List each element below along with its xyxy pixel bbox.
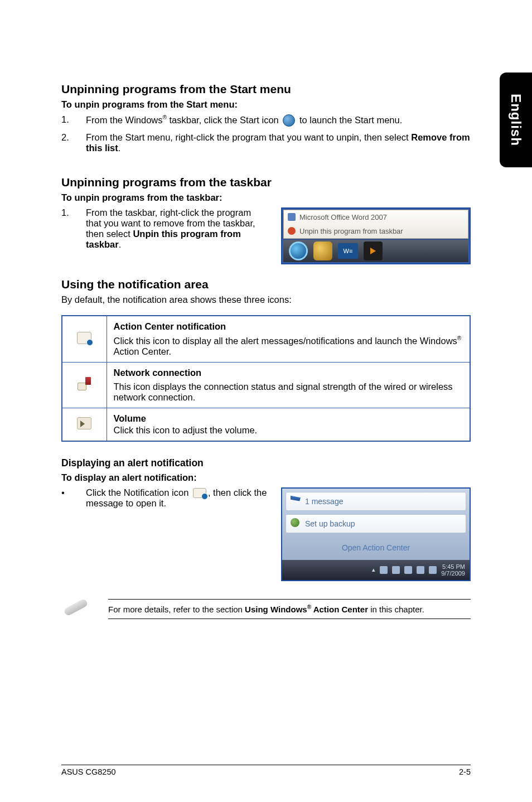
message-row: 1 message	[286, 492, 466, 511]
action-center-flag-icon	[77, 332, 91, 344]
icon-cell	[62, 408, 107, 441]
cell-body: This icon displays the connection status…	[114, 381, 463, 403]
tray-icon	[404, 566, 412, 574]
page-footer: ASUS CG8250 2-5	[61, 765, 471, 776]
step-1: 1. From the taskbar, right-click the pro…	[61, 207, 268, 250]
start-button-icon	[289, 241, 308, 260]
row-taskbar-step: 1. From the taskbar, right-click the pro…	[61, 207, 471, 264]
system-tray: ▴ 5:45 PM 9/7/2009	[282, 560, 470, 580]
volume-icon	[77, 417, 91, 429]
jumplist-app-name: Microsoft Office Word 2007	[284, 210, 468, 224]
footer-model: ASUS CG8250	[61, 767, 116, 776]
note-text: For more details, refer to the section U…	[108, 599, 471, 619]
language-tab-label: English	[508, 94, 524, 146]
heading-unpin-taskbar: Unpinning programs from the taskbar	[61, 176, 471, 189]
table-row: Network connection This icon displays th…	[62, 362, 470, 408]
screenshot-action-center-popup: 1 message Set up backup Open Action Cent…	[281, 487, 471, 581]
taskbar-bar: W≡	[283, 240, 468, 262]
step-text-col: • Click the Notification icon , then cli…	[61, 487, 268, 509]
explorer-icon: W≡	[338, 243, 358, 259]
tray-arrow-icon: ▴	[372, 566, 375, 573]
icon-cell	[62, 316, 107, 362]
tray-icon	[429, 566, 437, 574]
media-player-icon	[364, 241, 383, 260]
step-text: From the Start menu, right-click the pro…	[86, 132, 471, 153]
heading-notification-area: Using the notification area	[61, 278, 471, 291]
tray-clock: 5:45 PM 9/7/2009	[441, 563, 465, 577]
step-text: Click the Notification icon , then click…	[86, 487, 268, 509]
cell-title: Action Center notification	[114, 321, 463, 332]
step-1: 1. From the Windows® taskbar, click the …	[61, 114, 471, 127]
subheading-display-alert: To display an alert notification:	[61, 472, 471, 483]
footer-page-number: 2-5	[459, 767, 471, 776]
step-2: 2. From the Start menu, right-click the …	[61, 132, 471, 153]
jumplist-unpin-option: Unpin this program from taskbar	[284, 224, 468, 238]
tray-icon	[417, 566, 424, 574]
step-number: 2.	[61, 132, 86, 153]
steps-unpin-taskbar: 1. From the taskbar, right-click the pro…	[61, 207, 268, 250]
heading-display-alert: Displaying an alert notification	[61, 457, 471, 469]
cell-title: Network connection	[114, 368, 463, 378]
desc-cell: Network connection This icon displays th…	[107, 362, 470, 408]
screenshot-taskbar-jumplist: Microsoft Office Word 2007 Unpin this pr…	[281, 207, 471, 264]
tray-icon	[380, 566, 388, 574]
steps-unpin-start: 1. From the Windows® taskbar, click the …	[61, 114, 471, 153]
jumplist-tooltip: Microsoft Office Word 2007 Unpin this pr…	[283, 210, 468, 239]
note-pencil-icon	[61, 598, 93, 620]
cell-body: Click this icon to adjust the volume.	[114, 425, 463, 436]
cell-title: Volume	[114, 413, 463, 424]
row-alert-step: • Click the Notification icon , then cli…	[61, 487, 471, 581]
start-orb-icon	[283, 114, 295, 127]
tray-time: 5:45 PM	[441, 563, 465, 570]
registered-mark: ®	[163, 114, 167, 120]
registered-mark: ®	[457, 335, 461, 341]
subheading-unpin-start: To unpin programs from the Start menu:	[61, 99, 471, 110]
table-row: Action Center notification Click this ic…	[62, 316, 470, 362]
note-block: For more details, refer to the section U…	[61, 598, 471, 620]
desc-cell: Volume Click this icon to adjust the vol…	[107, 408, 470, 441]
subheading-unpin-taskbar: To unpin programs from the taskbar:	[61, 192, 471, 203]
language-tab: English	[500, 73, 532, 167]
desc-cell: Action Center notification Click this ic…	[107, 316, 470, 362]
step-number: 1.	[61, 114, 86, 127]
cell-body: Click this icon to display all the alert…	[114, 335, 463, 357]
ie-icon	[313, 241, 332, 260]
notification-flag-icon	[193, 488, 206, 498]
backup-option-row: Set up backup	[286, 514, 466, 533]
tray-icon	[392, 566, 400, 574]
heading-unpin-start: Unpinning programs from the Start menu	[61, 83, 471, 96]
notification-icons-table: Action Center notification Click this ic…	[61, 315, 471, 442]
note-bold: Using Windows® Action Center	[245, 605, 368, 614]
bullet-step: • Click the Notification icon , then cli…	[61, 487, 268, 509]
open-action-center-link: Open Action Center	[286, 539, 466, 557]
page-content: Unpinning programs from the Start menu T…	[0, 0, 532, 620]
icon-cell	[62, 362, 107, 408]
step-text: From the Windows® taskbar, click the Sta…	[86, 114, 402, 127]
registered-mark: ®	[307, 604, 311, 610]
step-number: 1.	[61, 207, 86, 250]
table-row: Volume Click this icon to adjust the vol…	[62, 408, 470, 441]
bullet-dot: •	[61, 487, 86, 509]
step-text: From the taskbar, right-click the progra…	[86, 207, 268, 250]
tray-date: 9/7/2009	[441, 570, 465, 577]
body-notification-area: By default, the notification area shows …	[61, 294, 471, 305]
step-text-col: 1. From the taskbar, right-click the pro…	[61, 207, 268, 255]
network-connection-icon	[78, 377, 91, 390]
